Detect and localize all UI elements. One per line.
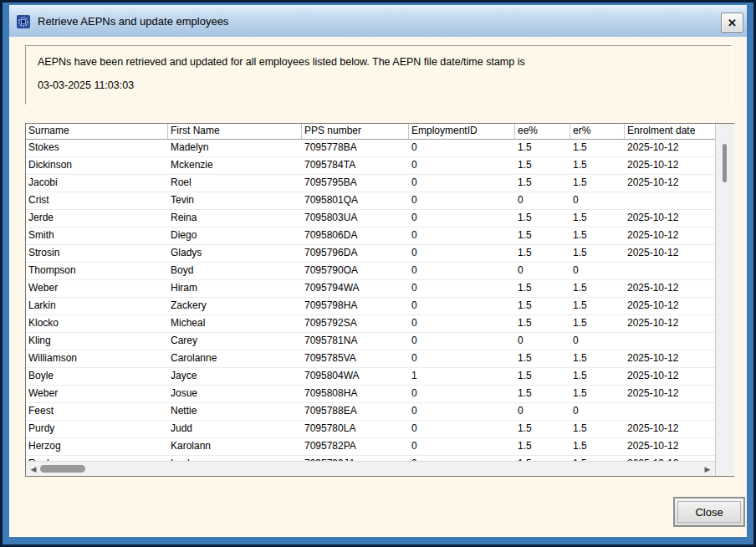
column-header-first-name[interactable]: First Name bbox=[168, 124, 302, 139]
table-row[interactable]: CristTevin7095801QA000 bbox=[26, 192, 715, 210]
vertical-scrollbar[interactable] bbox=[715, 124, 734, 476]
cell: 0 bbox=[409, 175, 515, 192]
column-header-ee-[interactable]: ee% bbox=[515, 124, 570, 139]
cell: 7095801QA bbox=[302, 192, 409, 209]
table-row[interactable]: JerdeReina7095803UA01.51.52025-10-12 bbox=[26, 210, 715, 227]
cell: 1.5 bbox=[515, 175, 570, 192]
cell: 7095796DA bbox=[302, 245, 409, 262]
table-row[interactable]: StokesMadelyn7095778BA01.51.52025-10-12 bbox=[26, 140, 715, 157]
table-row[interactable]: ThompsonBoyd7095790OA000 bbox=[26, 263, 715, 280]
cell: Smith bbox=[26, 227, 168, 244]
cell: Madelyn bbox=[168, 140, 302, 156]
cell bbox=[625, 263, 715, 279]
cell: 2025-10-12 bbox=[625, 350, 715, 367]
cell: 2025-10-12 bbox=[625, 315, 715, 332]
close-button-label: Close bbox=[677, 501, 741, 523]
table-row[interactable]: JacobiRoel7095795BA01.51.52025-10-12 bbox=[26, 175, 715, 192]
cell: Strosin bbox=[26, 245, 168, 262]
column-header-surname[interactable]: Surname bbox=[26, 124, 168, 139]
cell: 1.5 bbox=[515, 438, 570, 455]
table-header: SurnameFirst NamePPS numberEmploymentIDe… bbox=[26, 124, 715, 140]
cell: Williamson bbox=[26, 350, 168, 367]
table-row[interactable]: HerzogKarolann7095782PA01.51.52025-10-12 bbox=[26, 438, 715, 456]
cell: Purdy bbox=[26, 421, 168, 437]
cell: 0 bbox=[409, 157, 515, 174]
cell: 1.5 bbox=[515, 315, 570, 332]
cell: Herzog bbox=[26, 438, 168, 455]
cell: Jerde bbox=[26, 210, 168, 227]
scroll-left-icon[interactable]: ◀ bbox=[28, 463, 38, 475]
cell: 0 bbox=[409, 140, 515, 156]
cell: 2025-10-12 bbox=[625, 227, 715, 244]
cell: Feest bbox=[26, 403, 168, 420]
table-row[interactable]: PurdyJudd7095780LA01.51.52025-10-12 bbox=[26, 421, 715, 438]
cell: 0 bbox=[570, 263, 625, 279]
table-row[interactable]: FeestNettie7095788EA000 bbox=[26, 403, 715, 421]
horizontal-scroll-thumb[interactable] bbox=[40, 465, 85, 473]
table-row[interactable]: SmithDiego7095806DA01.51.52025-10-12 bbox=[26, 227, 715, 245]
cell: 2025-10-12 bbox=[625, 245, 715, 262]
cell: 1.5 bbox=[515, 350, 570, 367]
column-header-employmentid[interactable]: EmploymentID bbox=[409, 124, 515, 139]
cell: 7095803UA bbox=[302, 210, 409, 227]
cell: 1.5 bbox=[570, 245, 625, 262]
cell: Larkin bbox=[26, 298, 168, 314]
cell: Reina bbox=[168, 210, 302, 227]
column-header-enrolment-date[interactable]: Enrolment date bbox=[625, 124, 715, 139]
table-row[interactable]: WilliamsonCarolanne7095785VA01.51.52025-… bbox=[26, 350, 715, 368]
cell: 0 bbox=[515, 263, 570, 279]
column-header-pps-number[interactable]: PPS number bbox=[302, 124, 409, 139]
cell: 7095806DA bbox=[302, 227, 409, 244]
table-main: SurnameFirst NamePPS numberEmploymentIDe… bbox=[26, 124, 715, 476]
cell: 7095784TA bbox=[302, 157, 409, 174]
cell: 7095795BA bbox=[302, 175, 409, 192]
cell: Zackery bbox=[168, 298, 302, 314]
cell: 7095781NA bbox=[302, 333, 409, 350]
cell: Hiram bbox=[168, 280, 302, 297]
cell: Klocko bbox=[26, 315, 168, 332]
vertical-scroll-thumb[interactable] bbox=[723, 144, 727, 182]
cell: Diego bbox=[168, 227, 302, 244]
cell: 7095798HA bbox=[302, 298, 409, 314]
cell: 0 bbox=[409, 438, 515, 455]
cell: 1.5 bbox=[570, 280, 625, 297]
close-button[interactable]: Close bbox=[673, 497, 745, 527]
table-row[interactable]: WeberJosue7095808HA01.51.52025-10-12 bbox=[26, 386, 715, 403]
file-timestamp: 03-03-2025 11:03:03 bbox=[38, 79, 134, 91]
table-row[interactable]: BoyleJayce7095804WA11.51.52025-10-12 bbox=[26, 368, 715, 386]
title-bar[interactable]: Retrieve AEPNs and update employees ✕ bbox=[9, 5, 747, 37]
table-row[interactable]: DickinsonMckenzie7095784TA01.51.52025-10… bbox=[26, 157, 715, 175]
cell: 1.5 bbox=[570, 157, 625, 174]
cell: Micheal bbox=[168, 315, 302, 332]
cell: Weber bbox=[26, 386, 168, 402]
column-header-er-[interactable]: er% bbox=[570, 124, 625, 139]
cell: 7095782PA bbox=[302, 438, 409, 455]
cell: 1.5 bbox=[515, 140, 570, 156]
table-row[interactable]: StrosinGladys7095796DA01.51.52025-10-12 bbox=[26, 245, 715, 263]
scroll-right-icon[interactable]: ▶ bbox=[702, 463, 713, 475]
employee-table: SurnameFirst NamePPS numberEmploymentIDe… bbox=[25, 123, 734, 477]
cell: 1.5 bbox=[570, 368, 625, 385]
cell: 7095778BA bbox=[302, 140, 409, 156]
horizontal-scrollbar[interactable]: ◀ ▶ bbox=[26, 461, 715, 476]
cell: 0 bbox=[409, 245, 515, 262]
cell: 1.5 bbox=[515, 386, 570, 402]
cell: Karolann bbox=[168, 438, 302, 455]
cell: Weber bbox=[26, 280, 168, 297]
cell: 2025-10-12 bbox=[625, 438, 715, 455]
dialog-content: AEPNs have been retrieved and updated fo… bbox=[9, 37, 747, 537]
cell: 0 bbox=[515, 333, 570, 350]
table-row[interactable]: LarkinZackery7095798HA01.51.52025-10-12 bbox=[26, 298, 715, 315]
table-body: StokesMadelyn7095778BA01.51.52025-10-12D… bbox=[26, 140, 715, 461]
cell: Stokes bbox=[26, 140, 168, 156]
cell: 7095808HA bbox=[302, 386, 409, 402]
cell: 1.5 bbox=[570, 227, 625, 244]
table-row[interactable]: KlingCarey7095781NA000 bbox=[26, 333, 715, 350]
cell: 1.5 bbox=[515, 210, 570, 227]
cell: 0 bbox=[570, 403, 625, 420]
close-icon[interactable]: ✕ bbox=[721, 13, 743, 33]
table-row[interactable]: KlockoMicheal7095792SA01.51.52025-10-12 bbox=[26, 315, 715, 333]
cell: 0 bbox=[570, 333, 625, 350]
cell: 2025-10-12 bbox=[625, 368, 715, 385]
table-row[interactable]: WeberHiram7095794WA01.51.52025-10-12 bbox=[26, 280, 715, 298]
